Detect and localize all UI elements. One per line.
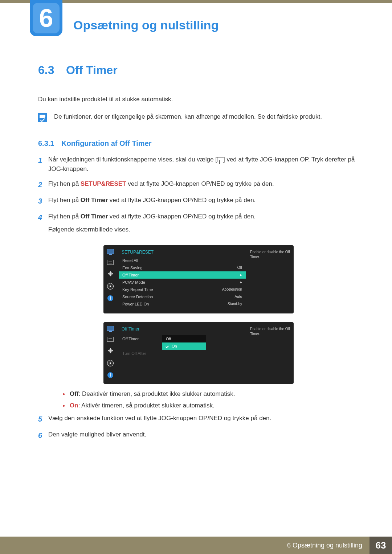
osd-row-value: Auto [234,295,242,299]
info-icon [38,113,47,122]
osd-row-value: ▸ [240,280,242,284]
menu-button-icon [217,157,223,162]
step-body: Vælg den ønskede funktion ved at flytte … [48,414,358,423]
step-6: 6 Den valgte mulighed bliver anvendt. [38,430,358,441]
move-icon [107,271,114,277]
osd-select-row: Off Timer Off On [119,334,246,350]
step-body: Den valgte mulighed bliver anvendt. [48,430,358,439]
osd-row-label: Key Repeat Time [122,287,153,292]
osd-row-source-detection[interactable]: Source DetectionAuto [119,293,246,300]
list-icon [107,260,114,265]
osd-main: SETUP&RESET Reset All Eco SavingOff Off … [117,245,247,313]
info-icon: i [107,372,113,378]
step-emphasis: SETUP&RESET [81,180,126,187]
chapter-badge: 6 [30,0,62,36]
osd-option-label: On [172,344,177,348]
step-4: 4 Flyt hen på Off Timer ved at flytte JO… [38,212,358,235]
intro-paragraph: Du kan indstille produktet til at slukke… [38,96,358,103]
step-text: Flyt hen på [48,180,81,187]
osd-description: Enable or disable the Off Timer. [247,245,294,313]
step-5: 5 Vælg den ønskede funktion ved at flytt… [38,414,358,425]
chapter-header: 6 Opsætning og nulstilling [30,4,392,44]
osd-row-label: Source Detection [122,295,153,299]
osd-row-label: Turn Off After [122,351,146,356]
osd-title: Off Timer [119,326,246,334]
step-body: Flyt hen på Off Timer ved at flytte JOG-… [48,196,358,205]
step-body: Flyt hen på SETUP&RESET ved at flytte JO… [48,179,358,189]
bullet-text: Off: Deaktivér timeren, så produktet ikk… [70,390,235,398]
step-1: 1 Når vejledningen til funktionsknappern… [38,155,358,174]
osd-sidebar: i [103,322,117,384]
osd-row-value: Stand-by [228,302,242,306]
osd-row-reset-all[interactable]: Reset All [119,257,246,264]
osd-title: SETUP&RESET [119,249,246,257]
step-number: 1 [38,155,48,166]
move-icon [107,348,114,354]
bullet-label: On [70,402,78,409]
osd-option-off[interactable]: Off [162,335,206,342]
osd-row-label: PC/AV Mode [122,280,145,284]
info-note-row: De funktioner, der er tilgængelige på sk… [38,113,358,122]
osd-row-key-repeat[interactable]: Key Repeat TimeAcceleration [119,286,246,293]
bullet-text: On: Aktivér timeren, så produktet slukke… [70,402,215,409]
osd-row-value: ▸ [240,273,242,277]
info-icon: i [107,295,113,301]
chapter-title: Opsætning og nulstilling [73,18,219,32]
osd-row-value: Off [237,266,242,270]
step-body: Flyt hen på Off Timer ved at flytte JOG-… [48,212,358,235]
check-icon [166,344,170,348]
info-note-text: De funktioner, der er tilgængelige på sk… [54,113,322,120]
step-number: 6 [38,430,48,441]
step-text: Når vejledningen til funktionsknapperne … [48,156,217,163]
osd-option-on[interactable]: On [162,342,206,350]
step-number: 4 [38,212,48,223]
bullet-label: Off [70,390,79,397]
subsection-heading: 6.3.1 Konfiguration af Off Timer [38,139,358,148]
page-footer: 6 Opsætning og nulstilling 63 [0,537,392,554]
bullet-body: : Aktivér timeren, så produktet slukker … [78,402,215,409]
bullet-dot-icon [63,405,65,407]
section-number: 6.3 [38,63,54,77]
osd-row-label: Power LED On [122,302,149,306]
step-body: Når vejledningen til funktionsknapperne … [48,155,358,174]
list-icon [107,337,114,342]
osd-options: Off On [162,335,206,350]
osd-row-off-timer[interactable]: Off Timer▸ [119,271,246,279]
page-content: 6.3 Off Timer Du kan indstille produktet… [38,63,358,446]
bullet-body: : Deaktivér timeren, så produktet ikke s… [79,390,235,397]
step-3: 3 Flyt hen på Off Timer ved at flytte JO… [38,196,358,207]
footer-text: 6 Opsætning og nulstilling [287,542,362,549]
step-number: 2 [38,179,48,190]
osd-row-label: Eco Saving [122,266,143,270]
subsection-number: 6.3.1 [38,139,54,147]
option-bullets: Off: Deaktivér timeren, så produktet ikk… [63,390,358,409]
osd-row-label: Off Timer [122,273,139,277]
osd-select-label: Off Timer [122,335,159,341]
bullet-dot-icon [63,393,65,395]
osd-main: Off Timer Off Timer Off On Turn Off Afte… [117,322,247,384]
bullet-on: On: Aktivér timeren, så produktet slukke… [63,402,358,409]
osd-row-eco-saving[interactable]: Eco SavingOff [119,264,246,271]
chapter-number: 6 [39,4,53,33]
step-number: 5 [38,414,48,425]
subsection-title: Konfiguration af Off Timer [61,139,152,147]
step-text: ved at flytte JOG-knappen OP/NED og tryk… [108,213,256,220]
section-heading: 6.3 Off Timer [38,63,358,77]
step-emphasis: Off Timer [81,213,108,220]
gear-icon [107,283,114,290]
osd-setup-reset-panel: i SETUP&RESET Reset All Eco SavingOff Of… [103,245,294,313]
steps-list: 1 Når vejledningen til funktionsknappern… [38,155,358,234]
osd-row-pcav-mode[interactable]: PC/AV Mode▸ [119,279,246,286]
steps-list-continued: 5 Vælg den ønskede funktion ved at flytt… [38,414,358,441]
osd-description: Enable or disable the Off Timer. [247,322,294,384]
osd-row-label: Reset All [122,258,138,263]
step-emphasis: Off Timer [81,197,108,204]
osd-sidebar: i [103,245,117,313]
step-text: ved at flytte JOG-knappen OP/NED og tryk… [108,197,256,204]
section-title: Off Timer [66,63,118,77]
page-number: 63 [369,537,392,554]
monitor-icon [107,249,114,254]
step-text: Flyt hen på [48,213,81,220]
monitor-icon [107,326,114,331]
osd-row-power-led[interactable]: Power LED OnStand-by [119,300,246,308]
